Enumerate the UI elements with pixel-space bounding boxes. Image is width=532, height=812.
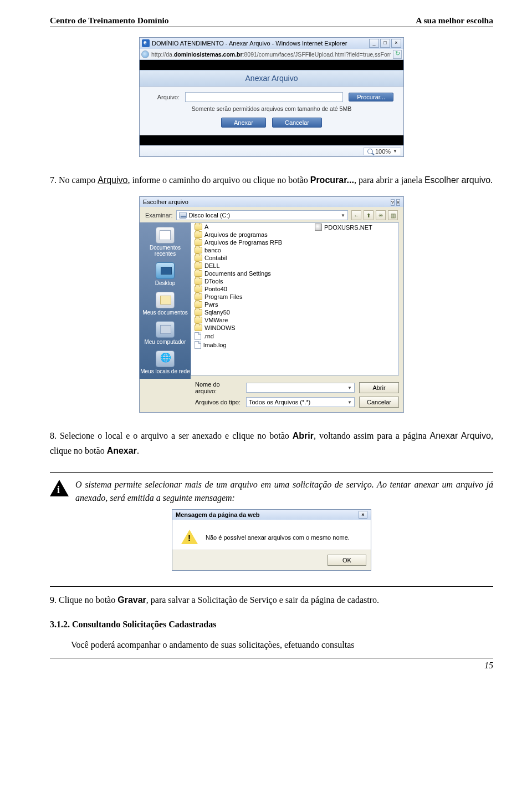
- list-item[interactable]: Arquivos de programas: [191, 231, 311, 238]
- info-text: O sistema permite selecionar mais de um …: [75, 478, 493, 505]
- decor-bar-bottom: [140, 135, 403, 145]
- step-9-btn: Gravar: [117, 595, 146, 605]
- side-net-label: Meus locais de rede: [140, 368, 190, 374]
- zoom-control[interactable]: 100% ▼: [364, 148, 401, 155]
- step-7-t2: , informe o caminho do arquivo ou clique…: [127, 175, 310, 185]
- list-item[interactable]: Documents and Settings: [191, 270, 311, 277]
- step-8: 8. Selecione o local e o arquivo a ser a…: [50, 428, 493, 458]
- panel-note: Somente serão permitidos arquivos com ta…: [150, 105, 393, 112]
- chooser-toolbar: Examinar: Disco local (C:) ▼ ← ⬆ ✳ ▥: [140, 207, 403, 222]
- folder-icon: [195, 231, 202, 238]
- list-item[interactable]: Contabil: [191, 254, 311, 262]
- disk-icon: [179, 212, 187, 219]
- list-item[interactable]: lmab.log: [191, 341, 311, 349]
- cancelar-button[interactable]: Cancelar: [272, 118, 322, 128]
- arquivo-input[interactable]: [185, 92, 343, 102]
- side-mycomputer[interactable]: Meu computador: [140, 321, 191, 345]
- list-item[interactable]: VMWare: [191, 316, 311, 324]
- list-item[interactable]: Program Files: [191, 293, 311, 301]
- file-label: Pwrs: [204, 301, 218, 308]
- step-9-t1: Clique no botão: [57, 595, 117, 605]
- list-item[interactable]: Arquivos de Programas RFB: [191, 238, 311, 246]
- step-8-t4: .: [137, 446, 139, 455]
- header-left: Centro de Treinamento Domínio: [50, 16, 169, 26]
- list-item[interactable]: Pwrs: [191, 301, 311, 308]
- chevron-down-icon: ▼: [341, 213, 345, 218]
- magnifier-icon: [367, 149, 373, 154]
- section-body: Você poderá acompanhar o andamento de su…: [50, 637, 493, 652]
- step-7-btn: Procurar...: [310, 175, 354, 185]
- cancel-button[interactable]: Cancelar: [359, 397, 399, 408]
- chooser-titlebar: Escolher arquivo ? ×: [140, 197, 403, 207]
- chooser-title: Escolher arquivo: [143, 199, 188, 205]
- file-label: Arquivos de programas: [204, 231, 268, 238]
- file-label: DELL: [204, 262, 220, 269]
- minimize-button[interactable]: _: [369, 39, 379, 48]
- list-item[interactable]: PDOXUSRS.NET: [311, 223, 398, 231]
- panel-title: Anexar Arquivo: [140, 70, 403, 87]
- step-7-t1: No campo: [57, 175, 98, 185]
- chooser-body: Documentos recentes Desktop Meus documen…: [140, 222, 403, 379]
- chooser-bottom: Nome do arquivo: ▼ Abrir Arquivos do tip…: [140, 379, 403, 412]
- list-item[interactable]: DELL: [191, 262, 311, 270]
- open-button[interactable]: Abrir: [359, 382, 399, 393]
- file-icon: [315, 224, 322, 231]
- ie-url[interactable]: http://da.dominiosistemas.com.br:8091/co…: [151, 51, 391, 58]
- views-icon[interactable]: ▥: [388, 210, 398, 220]
- step-8-t2: , voltando assim para a página: [314, 431, 430, 440]
- drive-select[interactable]: Disco local (C:) ▼: [176, 210, 348, 220]
- help-button[interactable]: ?: [391, 199, 395, 206]
- maximize-button[interactable]: □: [380, 39, 390, 48]
- ok-button[interactable]: OK: [328, 555, 366, 566]
- back-icon[interactable]: ←: [351, 210, 361, 220]
- filename-input[interactable]: ▼: [246, 383, 355, 393]
- close-button[interactable]: ×: [396, 199, 400, 206]
- side-desktop[interactable]: Desktop: [140, 262, 191, 286]
- side-mydocs[interactable]: Meus documentos: [140, 292, 191, 316]
- step-7-num: 7.: [50, 175, 57, 185]
- close-button[interactable]: ×: [359, 511, 367, 519]
- message-titlebar: Mensagem da página da web ×: [172, 510, 371, 520]
- refresh-icon[interactable]: [393, 50, 402, 59]
- close-button[interactable]: ×: [391, 39, 401, 48]
- list-item[interactable]: banco: [191, 246, 311, 254]
- step-7: 7. No campo Arquivo, informe o caminho d…: [50, 172, 493, 187]
- file-label: WINDOWS: [204, 324, 236, 331]
- filetype-select[interactable]: Todos os Arquivos (*.*)▼: [246, 397, 355, 407]
- list-item[interactable]: DTools: [191, 277, 311, 285]
- browse-button[interactable]: Procurar...: [349, 93, 393, 101]
- filetype-label: Arquivos do tipo:: [195, 399, 242, 405]
- section-heading: 3.1.2. Consultando Solicitações Cadastra…: [50, 620, 493, 630]
- list-item[interactable]: WINDOWS: [191, 324, 311, 332]
- list-item[interactable]: .rnd: [191, 332, 311, 341]
- side-docs-label: Documentos recentes: [150, 245, 181, 257]
- recent-docs-icon: [156, 227, 175, 243]
- file-label: VMWare: [204, 317, 228, 323]
- side-network[interactable]: Meus locais de rede: [140, 351, 191, 374]
- message-dialog: Mensagem da página da web × Não é possív…: [172, 509, 371, 571]
- anexar-button[interactable]: Anexar: [221, 118, 266, 128]
- network-icon: [156, 351, 175, 367]
- header-right: A sua melhor escolha: [416, 16, 493, 26]
- drive-value: Disco local (C:): [189, 212, 231, 219]
- file-icon: [195, 332, 201, 340]
- chevron-down-icon: ▼: [347, 385, 352, 390]
- list-item[interactable]: Ponto40: [191, 285, 311, 293]
- chooser-toolbar-icons: ← ⬆ ✳ ▥: [351, 210, 398, 220]
- step-8-btn2: Anexar: [107, 446, 137, 455]
- file-icon: [195, 341, 201, 349]
- side-docs[interactable]: Documentos recentes: [140, 227, 191, 257]
- new-folder-icon[interactable]: ✳: [376, 210, 386, 220]
- step-8-page: Anexar Arquivo: [430, 431, 491, 440]
- list-item[interactable]: Sqlany50: [191, 308, 311, 316]
- file-list[interactable]: AArquivos de programasArquivos de Progra…: [191, 222, 399, 375]
- step-7-t3: , para abrir a janela: [354, 175, 424, 185]
- folder-icon: [195, 270, 202, 277]
- up-icon[interactable]: ⬆: [364, 210, 374, 220]
- step-8-t1: Selecione o local e o arquivo a ser anex…: [57, 431, 293, 440]
- message-title: Mensagem da página da web: [176, 511, 260, 518]
- ie-statusbar: 100% ▼: [140, 145, 403, 156]
- file-row: Arquivo: Procurar...: [150, 92, 393, 102]
- list-item[interactable]: A: [191, 223, 311, 231]
- window-buttons: _ □ ×: [369, 39, 401, 48]
